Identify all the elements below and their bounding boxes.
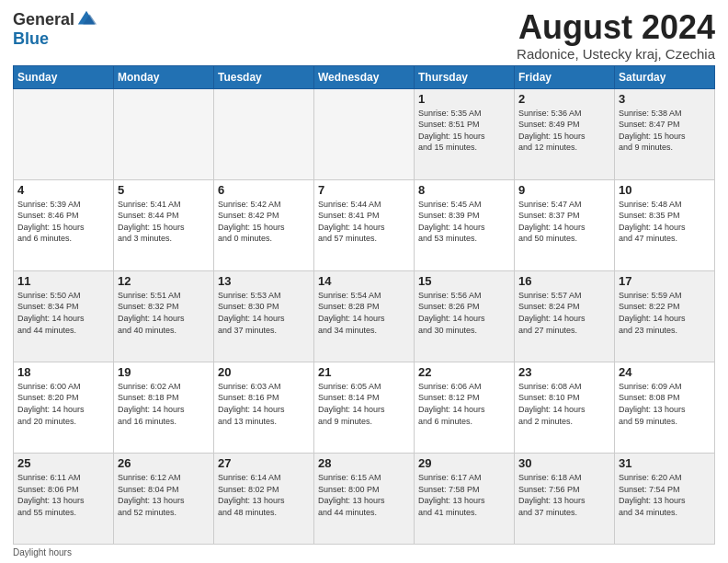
day-info: Sunrise: 5:35 AM Sunset: 8:51 PM Dayligh… — [418, 108, 510, 154]
day-info: Sunrise: 5:59 AM Sunset: 8:22 PM Dayligh… — [619, 290, 711, 336]
calendar-header-cell: Saturday — [615, 65, 715, 88]
subtitle: Radonice, Ustecky kraj, Czechia — [517, 46, 715, 62]
calendar-day-cell: 26Sunrise: 6:12 AM Sunset: 8:04 PM Dayli… — [114, 453, 214, 544]
calendar-day-cell: 15Sunrise: 5:56 AM Sunset: 8:26 PM Dayli… — [415, 270, 515, 362]
day-number: 15 — [418, 274, 510, 288]
calendar-day-cell — [214, 88, 314, 179]
day-number: 11 — [17, 274, 109, 288]
calendar-day-cell: 25Sunrise: 6:11 AM Sunset: 8:06 PM Dayli… — [14, 453, 114, 544]
calendar-day-cell: 21Sunrise: 6:05 AM Sunset: 8:14 PM Dayli… — [314, 362, 415, 453]
logo: General Blue — [13, 9, 97, 49]
calendar-day-cell: 19Sunrise: 6:02 AM Sunset: 8:18 PM Dayli… — [114, 362, 214, 453]
calendar-day-cell: 31Sunrise: 6:20 AM Sunset: 7:54 PM Dayli… — [615, 453, 715, 544]
day-number: 14 — [318, 274, 410, 288]
logo-icon — [76, 9, 97, 29]
day-number: 1 — [418, 92, 510, 106]
calendar-week-row: 1Sunrise: 5:35 AM Sunset: 8:51 PM Daylig… — [14, 88, 715, 179]
day-number: 18 — [17, 365, 109, 379]
calendar-header-cell: Tuesday — [214, 65, 314, 88]
calendar-week-row: 4Sunrise: 5:39 AM Sunset: 8:46 PM Daylig… — [14, 179, 715, 270]
day-number: 4 — [17, 183, 109, 197]
day-number: 23 — [518, 365, 610, 379]
calendar-week-row: 11Sunrise: 5:50 AM Sunset: 8:34 PM Dayli… — [14, 270, 715, 362]
calendar-header-cell: Sunday — [14, 65, 114, 88]
day-number: 30 — [518, 456, 610, 470]
day-number: 9 — [518, 183, 610, 197]
calendar-day-cell: 17Sunrise: 5:59 AM Sunset: 8:22 PM Dayli… — [615, 270, 715, 362]
calendar-week-row: 18Sunrise: 6:00 AM Sunset: 8:20 PM Dayli… — [14, 362, 715, 453]
calendar-day-cell: 30Sunrise: 6:18 AM Sunset: 7:56 PM Dayli… — [515, 453, 615, 544]
calendar-header-cell: Monday — [114, 65, 214, 88]
calendar-day-cell: 12Sunrise: 5:51 AM Sunset: 8:32 PM Dayli… — [114, 270, 214, 362]
day-number: 20 — [218, 365, 310, 379]
day-info: Sunrise: 5:42 AM Sunset: 8:42 PM Dayligh… — [218, 199, 310, 245]
calendar-day-cell: 18Sunrise: 6:00 AM Sunset: 8:20 PM Dayli… — [14, 362, 114, 453]
calendar-day-cell: 1Sunrise: 5:35 AM Sunset: 8:51 PM Daylig… — [415, 88, 515, 179]
calendar-day-cell: 20Sunrise: 6:03 AM Sunset: 8:16 PM Dayli… — [214, 362, 314, 453]
calendar-header-cell: Thursday — [415, 65, 515, 88]
calendar-day-cell: 13Sunrise: 5:53 AM Sunset: 8:30 PM Dayli… — [214, 270, 314, 362]
calendar-day-cell: 8Sunrise: 5:45 AM Sunset: 8:39 PM Daylig… — [415, 179, 515, 270]
day-number: 22 — [418, 365, 510, 379]
day-number: 5 — [118, 183, 210, 197]
logo-general-text: General — [13, 10, 74, 29]
day-info: Sunrise: 6:15 AM Sunset: 8:00 PM Dayligh… — [318, 472, 410, 518]
day-number: 8 — [418, 183, 510, 197]
calendar-day-cell — [14, 88, 114, 179]
logo-blue-text: Blue — [13, 29, 49, 49]
calendar-day-cell: 14Sunrise: 5:54 AM Sunset: 8:28 PM Dayli… — [314, 270, 415, 362]
day-info: Sunrise: 6:05 AM Sunset: 8:14 PM Dayligh… — [318, 381, 410, 427]
day-number: 25 — [17, 456, 109, 470]
day-number: 27 — [218, 456, 310, 470]
day-info: Sunrise: 6:11 AM Sunset: 8:06 PM Dayligh… — [17, 472, 109, 518]
calendar-header-cell: Friday — [515, 65, 615, 88]
day-info: Sunrise: 5:45 AM Sunset: 8:39 PM Dayligh… — [418, 199, 510, 245]
day-info: Sunrise: 5:38 AM Sunset: 8:47 PM Dayligh… — [619, 108, 711, 154]
day-info: Sunrise: 5:41 AM Sunset: 8:44 PM Dayligh… — [118, 199, 210, 245]
day-info: Sunrise: 5:53 AM Sunset: 8:30 PM Dayligh… — [218, 290, 310, 336]
day-info: Sunrise: 6:00 AM Sunset: 8:20 PM Dayligh… — [17, 381, 109, 427]
calendar-day-cell: 9Sunrise: 5:47 AM Sunset: 8:37 PM Daylig… — [515, 179, 615, 270]
calendar-day-cell: 23Sunrise: 6:08 AM Sunset: 8:10 PM Dayli… — [515, 362, 615, 453]
header: General Blue August 2024 Radonice, Ustec… — [13, 9, 715, 62]
day-info: Sunrise: 6:14 AM Sunset: 8:02 PM Dayligh… — [218, 472, 310, 518]
calendar-day-cell — [114, 88, 214, 179]
day-info: Sunrise: 6:20 AM Sunset: 7:54 PM Dayligh… — [619, 472, 711, 518]
day-info: Sunrise: 5:47 AM Sunset: 8:37 PM Dayligh… — [518, 199, 610, 245]
calendar-day-cell: 5Sunrise: 5:41 AM Sunset: 8:44 PM Daylig… — [114, 179, 214, 270]
day-number: 12 — [118, 274, 210, 288]
calendar-body: 1Sunrise: 5:35 AM Sunset: 8:51 PM Daylig… — [14, 88, 715, 544]
day-info: Sunrise: 5:57 AM Sunset: 8:24 PM Dayligh… — [518, 290, 610, 336]
calendar-day-cell: 6Sunrise: 5:42 AM Sunset: 8:42 PM Daylig… — [214, 179, 314, 270]
calendar-table: SundayMondayTuesdayWednesdayThursdayFrid… — [13, 65, 715, 545]
day-info: Sunrise: 6:08 AM Sunset: 8:10 PM Dayligh… — [518, 381, 610, 427]
day-number: 17 — [619, 274, 711, 288]
day-number: 29 — [418, 456, 510, 470]
title-block: August 2024 Radonice, Ustecky kraj, Czec… — [517, 9, 715, 62]
day-info: Sunrise: 5:51 AM Sunset: 8:32 PM Dayligh… — [118, 290, 210, 336]
day-number: 19 — [118, 365, 210, 379]
calendar-day-cell: 3Sunrise: 5:38 AM Sunset: 8:47 PM Daylig… — [615, 88, 715, 179]
calendar-day-cell: 29Sunrise: 6:17 AM Sunset: 7:58 PM Dayli… — [415, 453, 515, 544]
day-number: 7 — [318, 183, 410, 197]
day-info: Sunrise: 5:54 AM Sunset: 8:28 PM Dayligh… — [318, 290, 410, 336]
calendar-day-cell: 10Sunrise: 5:48 AM Sunset: 8:35 PM Dayli… — [615, 179, 715, 270]
day-info: Sunrise: 6:12 AM Sunset: 8:04 PM Dayligh… — [118, 472, 210, 518]
calendar-header-cell: Wednesday — [314, 65, 415, 88]
day-info: Sunrise: 5:39 AM Sunset: 8:46 PM Dayligh… — [17, 199, 109, 245]
main-title: August 2024 — [517, 9, 715, 46]
calendar-day-cell: 2Sunrise: 5:36 AM Sunset: 8:49 PM Daylig… — [515, 88, 615, 179]
day-info: Sunrise: 6:18 AM Sunset: 7:56 PM Dayligh… — [518, 472, 610, 518]
day-number: 16 — [518, 274, 610, 288]
day-number: 24 — [619, 365, 711, 379]
day-info: Sunrise: 6:02 AM Sunset: 8:18 PM Dayligh… — [118, 381, 210, 427]
calendar-week-row: 25Sunrise: 6:11 AM Sunset: 8:06 PM Dayli… — [14, 453, 715, 544]
day-number: 28 — [318, 456, 410, 470]
calendar-day-cell: 16Sunrise: 5:57 AM Sunset: 8:24 PM Dayli… — [515, 270, 615, 362]
day-number: 6 — [218, 183, 310, 197]
footer-note: Daylight hours — [13, 547, 715, 557]
day-number: 3 — [619, 92, 711, 106]
day-number: 26 — [118, 456, 210, 470]
day-number: 13 — [218, 274, 310, 288]
calendar-header-row: SundayMondayTuesdayWednesdayThursdayFrid… — [14, 65, 715, 88]
